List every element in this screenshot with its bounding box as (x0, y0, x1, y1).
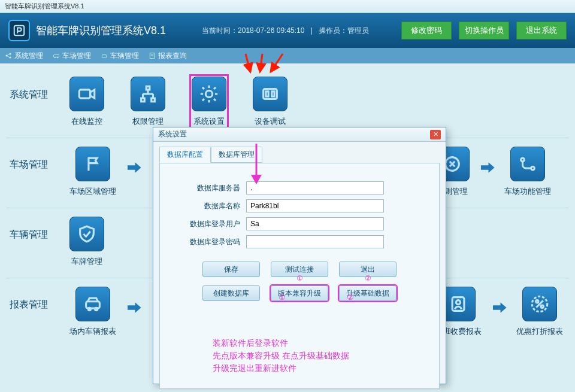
section-vehicle-label: 车辆管理 (10, 217, 69, 241)
header-buttons: 修改密码 切换操作员 退出系统 (401, 22, 567, 39)
operator-value: 管理员 (347, 26, 369, 35)
section-park-label: 车场管理 (10, 147, 69, 171)
header-info: 当前时间：2018-07-26 09:45:10 | 操作员：管理员 (202, 26, 369, 36)
tab-db-manage[interactable]: 数据库管理 (211, 147, 262, 163)
app-header: 智能车牌识别管理系统V8.1 当前时间：2018-07-26 09:45:10 … (0, 13, 575, 48)
route-icon (518, 154, 538, 174)
svg-marker-26 (128, 162, 141, 173)
exit-label: 退出 (361, 265, 375, 275)
input-db-user[interactable] (246, 217, 384, 230)
tile-park-func[interactable]: 车场功能管理 (504, 147, 551, 197)
svg-rect-24 (272, 92, 274, 97)
tile-inpark-report[interactable]: 场内车辆报表 (69, 287, 116, 337)
flow-arrow-icon (125, 299, 143, 317)
tile-inpark-report-label: 场内车辆报表 (69, 326, 116, 337)
nav-vehicle[interactable]: 车辆管理 (101, 51, 139, 61)
svg-point-40 (541, 305, 543, 308)
dialog-title-text: 系统设置 (158, 129, 187, 139)
tile-device-debug[interactable]: 设备调试 (253, 77, 288, 127)
label-db-server: 数据库服务器 (174, 183, 246, 193)
flag-icon (83, 154, 103, 174)
change-password-button[interactable]: 修改密码 (401, 22, 452, 39)
flow-arrow-icon (125, 159, 143, 177)
tile-online-monitor[interactable]: 在线监控 (69, 77, 104, 127)
system-settings-dialog: 系统设置 ✕ 数据库配置 数据库管理 数据库服务器 数据库名称 数据库登录用户 … (153, 127, 446, 384)
app-title: 智能车牌识别管理系统V8.1 (36, 23, 166, 38)
meter-icon (260, 84, 280, 104)
tile-permission[interactable]: 权限管理 (131, 77, 165, 127)
flow-arrow-icon (478, 159, 496, 177)
annotation-num-1: ① (279, 293, 286, 302)
tile-permission-label: 权限管理 (132, 116, 164, 127)
tile-plate-manage[interactable]: 车牌管理 (69, 217, 104, 267)
svg-point-7 (55, 57, 56, 58)
badge-icon (448, 294, 468, 314)
svg-point-36 (456, 300, 460, 305)
tile-system-settings[interactable]: 系统设置 (192, 77, 226, 127)
nav-system[interactable]: 系统管理 (5, 51, 43, 61)
annotation-marker-1: ① (296, 274, 303, 282)
note-line-2: 先点版本兼容升级 在点升级基础数据 (213, 350, 349, 362)
create-db-button[interactable]: 创建数据库 (202, 285, 260, 301)
svg-point-30 (531, 166, 535, 170)
svg-rect-15 (141, 98, 145, 102)
dialog-close-button[interactable]: ✕ (430, 130, 441, 139)
tile-park-func-label: 车场功能管理 (504, 186, 551, 197)
hierarchy-icon (138, 84, 158, 104)
svg-rect-14 (146, 86, 150, 90)
svg-line-5 (7, 56, 10, 57)
nav-report-label: 报表查询 (158, 51, 187, 61)
note-line-3: 升级完退出重新进软件 (213, 362, 349, 375)
dialog-tabs: 数据库配置 数据库管理 (153, 142, 446, 163)
nav-park[interactable]: 车场管理 (53, 51, 91, 61)
parking-icon (13, 24, 26, 37)
annotation-marker-2: ② (365, 274, 371, 282)
svg-point-8 (57, 57, 58, 58)
tile-discount-report-label: 优惠打折报表 (516, 326, 563, 337)
svg-point-3 (10, 57, 11, 59)
tile-system-settings-label: 系统设置 (193, 116, 225, 127)
share-icon (5, 52, 12, 59)
operator-label: 操作员： (319, 26, 347, 35)
main-nav: 系统管理 车场管理 车辆管理 报表查询 (0, 48, 575, 63)
svg-rect-16 (152, 98, 155, 102)
svg-marker-37 (493, 302, 507, 313)
input-db-pwd[interactable] (246, 235, 384, 248)
app-logo (8, 20, 30, 41)
flow-arrow-icon (490, 299, 508, 317)
tile-discount-report[interactable]: 优惠打折报表 (516, 287, 563, 337)
car-icon (53, 52, 60, 59)
svg-line-41 (536, 300, 543, 307)
svg-point-21 (205, 90, 212, 97)
gear-icon (199, 84, 219, 104)
switch-operator-button[interactable]: 切换操作员 (459, 22, 509, 39)
input-db-name[interactable] (246, 199, 384, 212)
dialog-titlebar[interactable]: 系统设置 ✕ (153, 127, 446, 142)
section-system-label: 系统管理 (10, 77, 69, 101)
input-db-server[interactable] (246, 181, 384, 195)
exit-system-button[interactable]: 退出系统 (516, 22, 567, 39)
report-icon (149, 52, 156, 59)
svg-marker-13 (90, 90, 95, 98)
car2-icon (101, 52, 108, 59)
svg-rect-23 (266, 92, 268, 97)
nav-report[interactable]: 报表查询 (149, 51, 187, 61)
tile-park-area[interactable]: 车场区域管理 (69, 147, 116, 197)
svg-marker-28 (481, 162, 495, 173)
window-title-text: 智能车牌识别管理系统V8.1 (5, 2, 84, 10)
svg-rect-31 (86, 302, 100, 308)
tab-db-config[interactable]: 数据库配置 (159, 147, 211, 163)
label-db-name: 数据库名称 (174, 201, 246, 211)
svg-point-2 (10, 53, 11, 55)
nav-vehicle-label: 车辆管理 (110, 51, 139, 61)
time-value: 2018-07-26 09:45:10 (238, 26, 304, 35)
time-label: 当前时间： (202, 26, 238, 35)
annotation-note: 装新软件后登录软件 先点版本兼容升级 在点升级基础数据 升级完退出重新进软件 (213, 337, 349, 375)
svg-rect-12 (79, 90, 90, 98)
tile-plate-manage-label: 车牌管理 (71, 256, 102, 267)
section-report-label: 报表管理 (10, 287, 69, 311)
shield-icon (77, 224, 97, 244)
svg-point-39 (536, 300, 538, 303)
save-button[interactable]: 保存 (202, 262, 260, 277)
label-db-pwd: 数据库登录密码 (174, 237, 246, 247)
